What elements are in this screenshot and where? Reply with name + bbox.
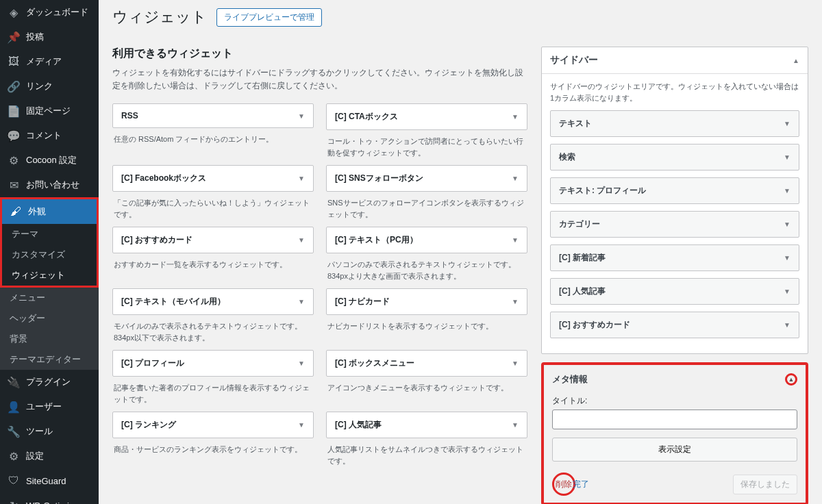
menu-item[interactable]: ◈ダッシュボード [0, 0, 99, 25]
widget-name: [C] Facebookボックス [121, 173, 206, 184]
menu-item[interactable]: 🔧ツール [0, 419, 99, 444]
widget-name: RSS [121, 111, 138, 121]
widget-header[interactable]: [C] ボックスメニュー ▼ [326, 350, 527, 377]
widget-header[interactable]: [C] おすすめカード ▼ [112, 227, 314, 253]
area-widget-name: [C] おすすめカード [559, 319, 630, 331]
caret-down-icon: ▼ [512, 360, 519, 367]
caret-down-icon: ▼ [784, 220, 790, 228]
caret-up-icon: ▲ [793, 57, 799, 64]
admin-sidebar: ◈ダッシュボード📌投稿🖼メディア🔗リンク📄固定ページ💬コメント⚙Cocoon 設… [0, 0, 99, 504]
title-input[interactable] [552, 410, 797, 429]
submenu-item[interactable]: テーマ [2, 224, 97, 244]
available-widget: [C] ナビカード ▼ ナビカードリストを表示するウィジェットです。 [326, 288, 527, 343]
widget-header[interactable]: [C] CTAボックス ▼ [326, 103, 527, 130]
menu-label: ツール [26, 425, 53, 438]
caret-down-icon: ▼ [784, 288, 790, 295]
available-widget: [C] テキスト（モバイル用） ▼ モバイルのみで表示されるテキストウィジェット… [112, 288, 314, 343]
area-widget-item[interactable]: テキスト▼ [550, 110, 799, 137]
display-settings-button[interactable]: 表示設定 [552, 438, 797, 462]
submenu-item[interactable]: ヘッダー [0, 308, 99, 329]
available-widgets-column: 利用できるウィジェット ウィジェットを有効化するにはサイドバーにドラッグするかク… [112, 47, 527, 504]
available-widget: [C] SNSフォローボタン ▼ SNSサービスのフォローアイコンボタンを表示す… [326, 165, 527, 220]
widget-header[interactable]: [C] テキスト（PC用） ▼ [326, 227, 527, 253]
widget-areas-column: サイドバー ▲ サイドバーのウィジットエリアです。ウィジェットを入れていない場合… [541, 47, 808, 504]
menu-item-appearance[interactable]: 🖌外観 [2, 199, 97, 224]
caret-down-icon: ▼ [298, 175, 305, 182]
available-widget: RSS ▼ 任意の RSS/Atom フィードからのエントリー。 [112, 103, 314, 158]
menu-item[interactable]: ✉お問い合わせ [0, 173, 99, 197]
available-widget: [C] CTAボックス ▼ コール・トゥ・アクションで訪問者にとってもらいたい行… [326, 103, 527, 158]
menu-icon: ◈ [7, 5, 21, 19]
sidebar-area-header[interactable]: サイドバー ▲ [542, 47, 808, 74]
submenu-item[interactable]: メニュー [0, 288, 99, 308]
menu-label: コメント [26, 129, 62, 142]
menu-item[interactable]: ↻WP-Optimize [0, 493, 99, 504]
menu-item[interactable]: 📄固定ページ [0, 99, 99, 123]
menu-label: リンク [26, 80, 53, 92]
submenu-item[interactable]: カスタマイズ [2, 244, 97, 265]
submenu-item[interactable]: テーマエディター [0, 349, 99, 370]
area-widget-item[interactable]: カテゴリー▼ [550, 211, 799, 238]
available-title: 利用できるウィジェット [112, 47, 527, 61]
meta-panel-title: メタ情報 [552, 373, 588, 386]
area-widget-item[interactable]: [C] おすすめカード▼ [550, 312, 799, 338]
area-widget-item[interactable]: 検索▼ [550, 144, 799, 171]
menu-item[interactable]: 👤ユーザー [0, 394, 99, 419]
available-widget: [C] Facebookボックス ▼ 「この記事が気に入ったらいいね！しよう」ウ… [112, 165, 314, 220]
sidebar-area-desc: サイドバーのウィジットエリアです。ウィジェットを入れていない場合は1カラム表示に… [542, 74, 808, 110]
submenu-item[interactable]: 背景 [0, 329, 99, 349]
area-widget-item[interactable]: [C] 人気記事▼ [550, 278, 799, 305]
widget-header[interactable]: [C] テキスト（モバイル用） ▼ [112, 288, 314, 315]
delete-link[interactable]: 削除 [556, 479, 572, 490]
meta-panel-header[interactable]: メタ情報 ▲ [549, 369, 800, 392]
menu-label: Cocoon 設定 [26, 154, 77, 166]
menu-item[interactable]: ⚙設定 [0, 444, 99, 468]
menu-item[interactable]: 🛡SiteGuard [0, 468, 99, 493]
menu-item[interactable]: 📌投稿 [0, 25, 99, 49]
widget-header[interactable]: [C] ナビカード ▼ [326, 288, 527, 315]
widget-header[interactable]: [C] プロフィール ▼ [112, 350, 314, 377]
caret-down-icon: ▼ [784, 153, 790, 161]
widget-name: [C] テキスト（PC用） [335, 234, 418, 246]
widget-header[interactable]: [C] ランキング ▼ [112, 412, 314, 438]
area-widget-name: テキスト: プロフィール [559, 185, 646, 197]
menu-label: お問い合わせ [26, 179, 79, 191]
menu-label: ダッシュボード [26, 6, 88, 18]
widget-name: [C] 人気記事 [335, 419, 382, 431]
menu-item[interactable]: 💬コメント [0, 123, 99, 148]
widget-header[interactable]: RSS ▼ [112, 103, 314, 128]
menu-icon: 🔧 [7, 425, 21, 438]
done-link[interactable]: 完了 [573, 479, 589, 489]
widget-desc: アイコンつきメニューを表示するウィジェットです。 [326, 377, 527, 394]
meta-info-panel: メタ情報 ▲ タイトル: 表示設定 削除 完了 [541, 362, 808, 504]
widget-name: [C] ナビカード [335, 296, 390, 307]
widget-header[interactable]: [C] 人気記事 ▼ [326, 412, 527, 438]
area-widget-name: [C] 人気記事 [559, 286, 606, 297]
area-widget-item[interactable]: [C] 新着記事▼ [550, 244, 799, 271]
menu-item[interactable]: 🔌プラグイン [0, 370, 99, 394]
widget-name: [C] ランキング [121, 419, 176, 431]
submenu-item[interactable]: ウィジェット [2, 265, 97, 286]
menu-label: 外観 [28, 205, 46, 218]
menu-item[interactable]: 🖼メディア [0, 49, 99, 74]
panel-links: 削除 完了 [552, 473, 589, 496]
menu-item[interactable]: ⚙Cocoon 設定 [0, 148, 99, 173]
area-widget-item[interactable]: テキスト: プロフィール▼ [550, 177, 799, 204]
live-preview-button[interactable]: ライブプレビューで管理 [216, 8, 322, 27]
menu-label: SiteGuard [26, 476, 66, 486]
widget-header[interactable]: [C] Facebookボックス ▼ [112, 165, 314, 192]
area-widget-name: テキスト [559, 118, 592, 129]
menu-item[interactable]: 🔗リンク [0, 74, 99, 99]
menu-label: 固定ページ [26, 105, 71, 117]
widget-desc: 記事を書いた著者のプロフィール情報を表示するウィジェットです。 [112, 377, 314, 405]
widget-header[interactable]: [C] SNSフォローボタン ▼ [326, 165, 527, 192]
widget-desc: 商品・サービスのランキング表示をウィジェットです。 [112, 438, 314, 455]
area-widget-name: 検索 [559, 151, 575, 163]
caret-down-icon: ▼ [784, 254, 790, 262]
menu-icon: ⚙ [7, 153, 21, 167]
widget-name: [C] プロフィール [121, 357, 184, 369]
widget-desc: 任意の RSS/Atom フィードからのエントリー。 [112, 128, 314, 145]
caret-down-icon: ▼ [512, 113, 519, 121]
widget-desc: 人気記事リストをサムネイルつきで表示するウィジェットです。 [326, 438, 527, 466]
brush-icon: 🖌 [9, 205, 23, 218]
